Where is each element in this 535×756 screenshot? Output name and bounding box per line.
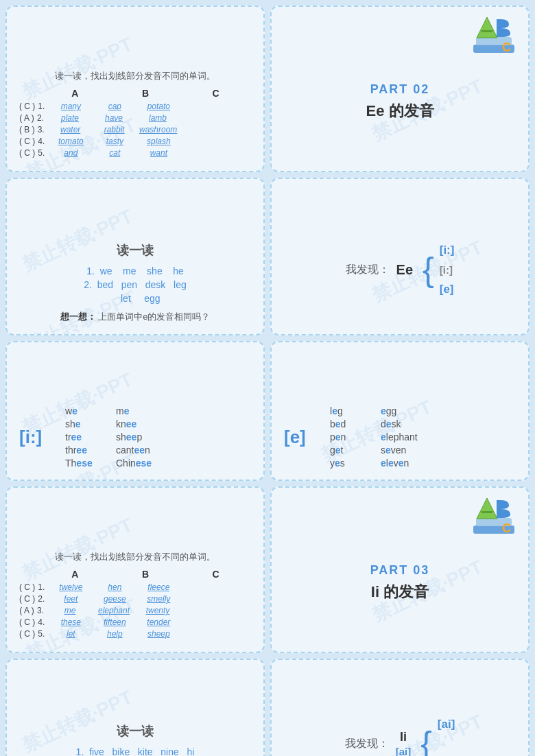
card-discovery-ii: 禁止转载·PPT 我发现： Ii [ai] { [ai] [i] — [270, 659, 530, 756]
word-row-3: tree sheep — [65, 432, 157, 442]
row-num: 3. — [37, 606, 47, 615]
svg-text:C: C — [502, 521, 511, 535]
table-row: ( A ) 3. me elephant twenty — [19, 606, 251, 615]
col-a: twelve — [50, 582, 91, 592]
answer-paren: ( C ) — [19, 629, 35, 639]
table-row: ( C ) 5. let help sheep — [19, 629, 251, 639]
table-row: ( C ) 4. these fifteen tender — [19, 617, 251, 627]
part02-title: Ee 的发音 — [366, 101, 433, 121]
read1-row3: let egg — [19, 293, 251, 304]
answer-paren: ( B ) — [19, 125, 35, 134]
word-row-1: we me — [65, 405, 157, 416]
exercise1-header: A B C — [19, 88, 251, 99]
phoneme-ii-container: [i:] we me she knee tree sheep three can… — [19, 405, 251, 469]
word-seven: seven — [381, 445, 422, 456]
answer-paren: ( C ) — [19, 137, 35, 146]
card-discovery-ee: 禁止转载·PPT 我发现： Ee { [i:] [i:] [e] — [270, 178, 530, 335]
phoneme-e-words: leg egg bed desk pen elephant get seven … — [330, 405, 422, 469]
card-exercise-2: 禁止转载·PPT 禁止转载·PPT 读一读，找出划线部分发音不同的单词。 A B… — [5, 486, 265, 653]
col-c: splash — [138, 137, 179, 146]
col-c: potato — [138, 102, 179, 111]
col-a: feet — [50, 594, 91, 604]
word-row-4: three canteen — [65, 445, 157, 456]
word-sheep: sheep — [116, 432, 157, 442]
table-row: ( C ) 1. twelve hen fleece — [19, 582, 251, 592]
col-c: fleece — [138, 582, 179, 592]
row-num: 5. — [38, 148, 47, 158]
answer-paren: ( C ) — [19, 148, 35, 158]
word-three: three — [65, 445, 106, 456]
col-c: sheep — [138, 629, 179, 639]
word-row-5: These Chinese — [65, 458, 157, 469]
ii-brace: { — [420, 727, 432, 756]
e-word-row-2: bed desk — [330, 418, 422, 429]
word-yes: yes — [330, 458, 371, 469]
svg-rect-3 — [482, 30, 492, 32]
col-b: cat — [94, 148, 135, 158]
col-b: help — [94, 629, 135, 639]
col-b: elephant — [93, 606, 134, 615]
read2-title: 读一读 — [19, 723, 251, 740]
col-b: cap — [94, 102, 135, 111]
ii-letter-stack: Ii [ai] — [396, 730, 412, 756]
col-b: rabbit — [94, 125, 135, 134]
svg-rect-4 — [497, 19, 501, 37]
ii-letter: Ii — [400, 730, 407, 744]
col-b: geese — [94, 594, 135, 604]
answer-paren: ( C ) — [19, 582, 35, 592]
card-exercise-1: 禁止转载·PPT 禁止转载·PPT 读一读，找出划线部分发音不同的单词。 A B… — [5, 5, 265, 172]
col-a: me — [49, 606, 91, 615]
think-label1: 想一想： — [60, 311, 96, 322]
col-c: twenty — [137, 606, 178, 615]
svg-text:C: C — [502, 40, 511, 54]
word-elephant: elephant — [381, 432, 422, 442]
word-we: we — [65, 405, 106, 416]
svg-rect-9 — [482, 511, 492, 513]
table-row: ( A ) 2. plate have lamb — [19, 113, 251, 123]
word-row-2: she knee — [65, 418, 157, 429]
answer-paren: ( A ) — [19, 606, 34, 615]
answer-paren: ( C ) — [19, 102, 35, 111]
table-row: ( C ) 5. and cat want — [19, 148, 251, 158]
abc-icon-card2: C — [466, 14, 521, 62]
col-c-header: C — [213, 88, 219, 99]
card-part02: 禁止转载·PPT C PART 02 Ee 的发音 — [270, 5, 530, 172]
col-a-header2: A — [71, 569, 78, 580]
col-c: want — [138, 148, 179, 158]
word-these: These — [65, 458, 106, 469]
word-she: she — [65, 418, 106, 429]
col-c: tender — [138, 617, 179, 627]
card-phoneme-e: 禁止转载·PPT 禁止转载·PPT [e] leg egg bed desk p… — [270, 341, 530, 481]
word-get: get — [330, 445, 371, 456]
ii-phoneme1: [ai] — [438, 718, 455, 731]
phoneme-ii-label: [i:] — [19, 427, 57, 448]
think-text1: 上面单词中e的发音相同吗？ — [98, 311, 210, 322]
part03-label: PART 03 — [370, 563, 430, 578]
watermark: 禁止转载·PPT — [18, 178, 239, 278]
read1-title: 读一读 — [19, 242, 251, 259]
card-read2: 禁止转载·PPT 禁止转载·PPT 读一读 1. five bike kite … — [5, 659, 265, 756]
row-num: 1. — [38, 102, 47, 111]
read1-row1: 1. we me she he — [19, 265, 251, 276]
ee-prefix: 我发现： — [346, 263, 390, 277]
table-row: ( C ) 1. many cap potato — [19, 102, 251, 111]
svg-marker-8 — [477, 498, 497, 519]
word-egg: egg — [381, 405, 422, 416]
main-grid: 禁止转载·PPT 禁止转载·PPT 读一读，找出划线部分发音不同的单词。 A B… — [5, 5, 530, 756]
ee-brace-container: { [i:] [i:] [e] — [423, 244, 454, 296]
part02-label: PART 02 — [370, 82, 430, 97]
answer-paren: ( C ) — [19, 594, 35, 604]
phoneme-e-label: [e] — [284, 427, 322, 448]
col-a-header: A — [71, 88, 78, 99]
table-row: ( C ) 2. feet geese smelly — [19, 594, 251, 604]
col-a: let — [50, 629, 91, 639]
table-row: ( C ) 4. tomato tasty splash — [19, 137, 251, 146]
card-phoneme-ii: 禁止转载·PPT 禁止转载·PPT [i:] we me she knee tr… — [5, 341, 265, 481]
col-b-header: B — [142, 88, 149, 99]
col-b: tasty — [94, 137, 135, 146]
read1-think: 想一想： 上面单词中e的发音相同吗？ — [19, 311, 251, 323]
ee-phoneme2: [i:] — [440, 264, 455, 276]
word-leg: leg — [330, 405, 371, 416]
read2-row1: 1. five bike kite nine hi — [19, 746, 251, 756]
col-a: tomato — [50, 137, 91, 146]
